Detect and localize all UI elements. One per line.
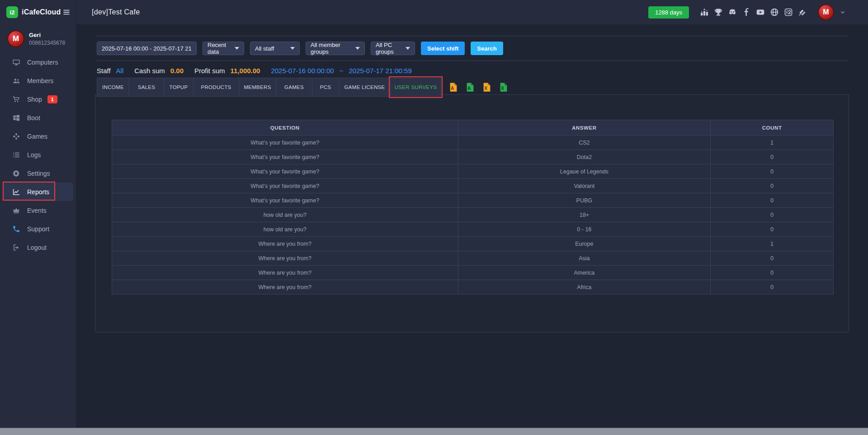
profit-sum-label: Profit sum	[194, 67, 225, 75]
table-row: how old are you? 0 - 16 0	[112, 222, 834, 237]
brand-logo-icon: i2	[6, 6, 18, 18]
brand-name: iCafeCloud	[22, 8, 61, 16]
count-cell: 0	[711, 251, 834, 266]
sidebar-item-settings[interactable]: Settings	[0, 164, 76, 182]
tab-sales[interactable]: SALES	[129, 78, 164, 96]
table-row: What's your favorite game? Legaue of Leg…	[112, 164, 834, 179]
export-excel-green-icon[interactable]: X	[499, 82, 509, 92]
staff-select[interactable]: All staff	[250, 42, 300, 55]
sidebar-item-logout[interactable]: Logout	[0, 238, 76, 257]
member-group-select[interactable]: All member groups	[306, 42, 365, 55]
sidebar-item-support[interactable]: Support	[0, 220, 76, 238]
top-header: i2 iCafeCloud [dev]Test Cafe 1288 days	[0, 0, 868, 24]
period-separator: ~	[340, 67, 344, 75]
survey-table: QUESTION ANSWER COUNT What's your favori…	[112, 120, 834, 295]
period-start: 2025-07-16 00:00:00	[271, 67, 334, 75]
chevron-down-icon[interactable]	[840, 9, 845, 15]
menu-toggle-icon[interactable]	[62, 8, 71, 16]
sidebar-user-avatar: M	[7, 30, 24, 47]
question-cell: What's your favorite game?	[112, 136, 458, 150]
chevron-down-icon	[406, 47, 410, 50]
column-answer: ANSWER	[458, 120, 711, 136]
user-avatar[interactable]: M	[818, 4, 834, 20]
pc-group-select[interactable]: All PC groups	[371, 42, 415, 55]
count-cell: 0	[711, 280, 834, 295]
sidebar-item-label: Members	[27, 77, 53, 84]
answer-cell: Dota2	[458, 150, 711, 164]
gamepad-icon	[12, 132, 20, 140]
sidebar-item-members[interactable]: Members	[0, 71, 76, 90]
answer-cell: CS2	[458, 136, 711, 150]
chevron-down-icon	[235, 47, 239, 50]
license-days-badge[interactable]: 1288 days	[648, 6, 689, 19]
sidebar-item-reports[interactable]: Reports	[3, 182, 73, 201]
tab-topup[interactable]: TOPUP	[164, 78, 193, 96]
sidebar: M Geri 008612345678 Computers Members Sh…	[0, 24, 76, 428]
tab-game-license[interactable]: GAME LICENSE	[339, 78, 391, 96]
staff-value[interactable]: All	[116, 67, 124, 75]
sidebar-item-boot[interactable]: Boot	[0, 108, 76, 127]
svg-text:X: X	[484, 86, 487, 91]
page-title: [dev]Test Cafe	[92, 8, 140, 16]
svg-text:A: A	[451, 86, 454, 91]
sidebar-item-computers[interactable]: Computers	[0, 53, 76, 71]
date-range-input[interactable]	[97, 42, 197, 55]
partners-icon[interactable]	[797, 7, 807, 17]
count-cell: 1	[711, 237, 834, 251]
data-range-select[interactable]: Recent data	[203, 42, 244, 55]
tab-games[interactable]: GAMES	[276, 78, 312, 96]
table-row: Where are you from? Europe 1	[112, 237, 834, 251]
question-cell: What's your favorite game?	[112, 150, 458, 164]
cash-sum-label: Cash sum	[134, 67, 165, 75]
answer-cell: 0 - 16	[458, 222, 711, 237]
users-icon	[12, 77, 20, 85]
export-pdf-green-icon[interactable]: A	[465, 82, 475, 92]
summary-bar: Staff All Cash sum 0.00 Profit sum 11,00…	[97, 67, 412, 75]
table-row: how old are you? 18+ 0	[112, 208, 834, 222]
sidebar-item-label: Shop	[27, 96, 42, 103]
table-row: What's your favorite game? PUBG 0	[112, 193, 834, 208]
count-cell: 0	[711, 179, 834, 193]
period-end: 2025-07-17 21:00:59	[349, 67, 411, 75]
header-actions: 1288 days M	[648, 4, 868, 20]
facebook-icon[interactable]	[741, 7, 751, 17]
count-cell: 0	[711, 164, 834, 179]
sidebar-item-shop[interactable]: Shop 1	[0, 90, 76, 108]
export-excel-orange-icon[interactable]: X	[482, 82, 492, 92]
tab-members[interactable]: MEMBERS	[239, 78, 276, 96]
export-buttons: A A X X	[448, 82, 509, 92]
table-row: What's your favorite game? Dota2 0	[112, 150, 834, 164]
sidebar-item-events[interactable]: Events	[0, 201, 76, 220]
globe-icon[interactable]	[769, 7, 779, 17]
tab-user-surveys[interactable]: USER SURVEYS	[391, 78, 441, 96]
chevron-down-icon	[290, 47, 295, 50]
ranking-icon[interactable]	[699, 7, 709, 17]
question-cell: how old are you?	[112, 208, 458, 222]
logout-icon	[12, 243, 20, 252]
count-cell: 0	[711, 222, 834, 237]
tab-products[interactable]: PRODUCTS	[193, 78, 239, 96]
select-shift-button[interactable]: Select shift	[421, 42, 465, 55]
search-button[interactable]: Search	[471, 42, 503, 55]
tab-income[interactable]: INCOME	[97, 78, 129, 96]
count-cell: 0	[711, 193, 834, 208]
discord-icon[interactable]	[727, 7, 737, 17]
tab-pcs[interactable]: PCS	[312, 78, 339, 96]
answer-cell: Europe	[458, 237, 711, 251]
export-pdf-orange-icon[interactable]: A	[448, 82, 458, 92]
icafecloud-icon[interactable]	[783, 7, 793, 17]
count-cell: 0	[711, 266, 834, 280]
sidebar-item-label: Computers	[27, 59, 58, 66]
count-cell: 0	[711, 150, 834, 164]
answer-cell: America	[458, 266, 711, 280]
sidebar-item-logs[interactable]: Logs	[0, 145, 76, 164]
trophy-icon[interactable]	[713, 7, 723, 17]
horizontal-scrollbar[interactable]	[0, 428, 868, 435]
table-row: What's your favorite game? Valorant 0	[112, 179, 834, 193]
youtube-icon[interactable]	[755, 7, 765, 17]
sidebar-item-label: Reports	[27, 188, 49, 196]
svg-text:X: X	[501, 86, 504, 91]
sidebar-item-games[interactable]: Games	[0, 127, 76, 145]
question-cell: how old are you?	[112, 222, 458, 237]
table-row: What's your favorite game? CS2 1	[112, 136, 834, 150]
